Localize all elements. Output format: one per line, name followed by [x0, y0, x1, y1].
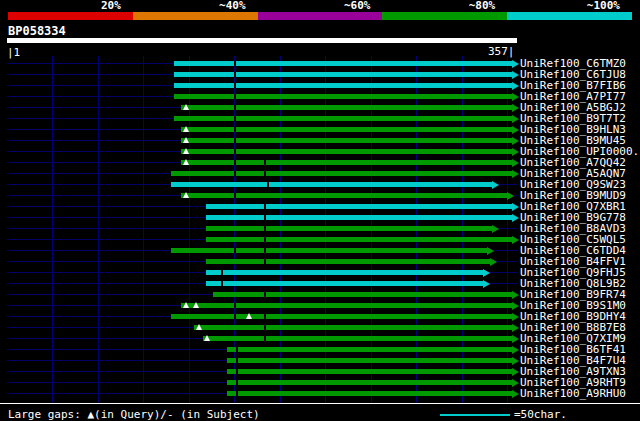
query-gap-marker-icon: [183, 126, 189, 132]
query-gap-marker-icon: [183, 137, 189, 143]
alignment-row: UniRef100_A9RHU0: [0, 388, 640, 399]
alignment-bar[interactable]: [174, 72, 511, 77]
subject-gap-tick: [264, 226, 266, 231]
subject-gap-tick: [234, 138, 236, 143]
subject-gap-tick: [264, 204, 266, 209]
bar-arrowhead-icon: [512, 126, 519, 134]
subject-gap-tick: [234, 105, 236, 110]
hit-label: UniRef100_A9RHU0: [520, 388, 626, 399]
bar-arrowhead-icon: [512, 148, 519, 156]
subject-gap-tick: [234, 149, 236, 154]
query-gap-marker-icon: [183, 192, 189, 198]
alignment-bar[interactable]: [181, 193, 507, 198]
scale-label: 20%: [8, 1, 133, 11]
alignment-bar[interactable]: [203, 336, 512, 341]
query-ruler-bar: [7, 38, 517, 43]
scale-label: ~40%: [133, 1, 258, 11]
alignment-bar[interactable]: [181, 149, 511, 154]
subject-gap-tick: [234, 116, 236, 121]
alignment-bar[interactable]: [227, 358, 512, 363]
query-id: BP058334: [8, 24, 66, 38]
bar-arrowhead-icon: [512, 115, 519, 123]
bar-arrowhead-icon: [512, 335, 519, 343]
bar-arrowhead-icon: [512, 291, 519, 299]
bar-arrowhead-icon: [512, 159, 519, 167]
query-gap-marker-icon: [183, 104, 189, 110]
alignment-bar[interactable]: [227, 347, 512, 352]
query-gap-marker-icon: [183, 302, 189, 308]
bar-arrowhead-icon: [512, 203, 519, 211]
bar-arrowhead-icon: [487, 247, 494, 255]
subject-gap-tick: [234, 160, 236, 165]
plot-area: UniRef100_C6TMZ0UniRef100_C6TJU8UniRef10…: [0, 56, 640, 403]
alignment-bar[interactable]: [181, 127, 511, 132]
scale-segment: [382, 12, 507, 20]
alignment-bar[interactable]: [174, 83, 511, 88]
subject-gap-tick: [264, 160, 266, 165]
alignment-bar[interactable]: [181, 105, 511, 110]
bar-arrowhead-icon: [512, 170, 519, 178]
bar-arrowhead-icon: [512, 236, 519, 244]
alignment-bar[interactable]: [206, 215, 512, 220]
subject-gap-tick: [234, 61, 236, 66]
alignment-bar[interactable]: [206, 270, 483, 275]
subject-gap-tick: [267, 182, 269, 187]
scale-segment: [8, 12, 133, 20]
alignment-bar[interactable]: [181, 303, 511, 308]
alignment-bar[interactable]: [181, 138, 511, 143]
subject-gap-tick: [234, 83, 236, 88]
alignment-bar[interactable]: [227, 369, 512, 374]
subject-gap-tick: [234, 94, 236, 99]
bar-arrowhead-icon: [512, 357, 519, 365]
alignment-bar[interactable]: [206, 226, 492, 231]
bar-arrowhead-icon: [512, 93, 519, 101]
alignment-bar[interactable]: [194, 325, 511, 330]
alignment-bar[interactable]: [206, 281, 483, 286]
bar-arrowhead-icon: [492, 225, 499, 233]
alignment-bar[interactable]: [174, 94, 511, 99]
alignment-bar[interactable]: [174, 116, 511, 121]
alignment-bar[interactable]: [206, 259, 491, 264]
bar-arrowhead-icon: [512, 137, 519, 145]
alignment-bar[interactable]: [227, 380, 512, 385]
bar-arrowhead-icon: [512, 313, 519, 321]
subject-gap-tick: [264, 336, 266, 341]
query-gap-marker-icon: [183, 159, 189, 165]
subject-gap-tick: [264, 259, 266, 264]
subject-gap-tick: [234, 72, 236, 77]
subject-gap-tick: [234, 314, 236, 319]
subject-gap-tick: [264, 325, 266, 330]
alignment-bar[interactable]: [181, 160, 511, 165]
alignment-bar[interactable]: [171, 171, 511, 176]
bar-arrowhead-icon: [483, 280, 490, 288]
subject-gap-tick: [264, 314, 266, 319]
alignment-bar[interactable]: [213, 292, 512, 297]
bar-arrowhead-icon: [512, 390, 519, 398]
bar-arrowhead-icon: [512, 60, 519, 68]
scale-char-line: [440, 414, 510, 416]
bar-arrowhead-icon: [512, 368, 519, 376]
scale-segment: [507, 12, 632, 20]
alignment-bar[interactable]: [227, 391, 512, 396]
bar-arrowhead-icon: [512, 324, 519, 332]
alignment-bar[interactable]: [206, 237, 512, 242]
bar-arrowhead-icon: [507, 192, 514, 200]
subject-gap-tick: [236, 347, 238, 352]
alignment-bar[interactable]: [174, 61, 511, 66]
alignment-bar[interactable]: [206, 204, 512, 209]
alignment-bar[interactable]: [171, 314, 511, 319]
subject-gap-tick: [264, 215, 266, 220]
subject-gap-tick: [234, 303, 236, 308]
alignment-bar[interactable]: [171, 182, 491, 187]
scale-label: ~100%: [507, 1, 632, 11]
scale-label: ~60%: [258, 1, 383, 11]
subject-gap-tick: [234, 248, 236, 253]
alignment-bar[interactable]: [171, 248, 487, 253]
bar-arrowhead-icon: [512, 346, 519, 354]
bar-arrowhead-icon: [490, 258, 497, 266]
bar-arrowhead-icon: [512, 214, 519, 222]
subject-gap-tick: [236, 380, 238, 385]
blast-hit-map-screen: 20%~40%~60%~80%~100% BP058334 |1 357| Un…: [0, 0, 640, 421]
subject-gap-tick: [264, 237, 266, 242]
identity-scale-labels: 20%~40%~60%~80%~100%: [8, 1, 632, 11]
